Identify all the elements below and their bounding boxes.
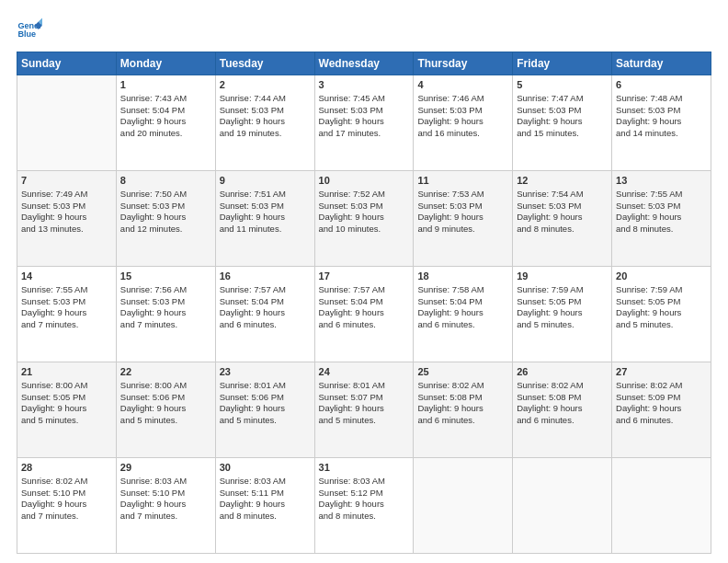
day-info: Daylight: 9 hours (517, 307, 608, 319)
calendar-cell: 4Sunrise: 7:46 AMSunset: 5:03 PMDaylight… (414, 75, 513, 171)
calendar-cell: 25Sunrise: 8:02 AMSunset: 5:08 PMDayligh… (414, 362, 513, 458)
day-number: 11 (417, 174, 508, 188)
day-info: Sunrise: 7:53 AM (417, 189, 508, 201)
day-number: 27 (616, 365, 707, 379)
calendar-cell (513, 458, 612, 554)
day-info: Daylight: 9 hours (21, 499, 112, 511)
calendar-cell: 10Sunrise: 7:52 AMSunset: 5:03 PMDayligh… (314, 171, 414, 267)
day-info: and 10 minutes. (319, 224, 410, 236)
day-header-wednesday: Wednesday (314, 52, 414, 75)
day-info: Daylight: 9 hours (21, 307, 112, 319)
day-info: Sunset: 5:05 PM (517, 296, 608, 308)
day-info: and 7 minutes. (120, 319, 211, 331)
day-info: and 8 minutes. (616, 224, 707, 236)
day-info: and 8 minutes. (319, 511, 410, 523)
day-info: Daylight: 9 hours (319, 212, 410, 224)
day-info: Daylight: 9 hours (120, 403, 211, 415)
day-info: Sunset: 5:03 PM (319, 201, 410, 213)
calendar-cell: 19Sunrise: 7:59 AMSunset: 5:05 PMDayligh… (513, 267, 612, 362)
day-info: Sunrise: 8:02 AM (417, 380, 508, 392)
day-info: and 5 minutes. (319, 415, 410, 427)
day-number: 9 (220, 174, 311, 188)
day-info: Sunrise: 7:58 AM (417, 284, 508, 296)
day-info: Sunrise: 7:48 AM (616, 93, 707, 105)
day-number: 18 (417, 270, 508, 283)
day-info: Sunset: 5:05 PM (21, 392, 112, 404)
day-info: Daylight: 9 hours (319, 307, 410, 319)
day-info: Daylight: 9 hours (120, 212, 211, 224)
day-info: Sunset: 5:03 PM (319, 105, 410, 117)
day-header-tuesday: Tuesday (215, 52, 314, 75)
day-info: Sunset: 5:03 PM (616, 201, 707, 213)
day-info: Sunset: 5:03 PM (417, 105, 508, 117)
day-number: 13 (616, 174, 707, 188)
day-number: 28 (21, 461, 112, 475)
day-info: Sunset: 5:03 PM (417, 201, 508, 213)
day-number: 7 (21, 174, 112, 188)
day-info: and 6 minutes. (517, 415, 608, 427)
day-info: and 16 minutes. (417, 128, 508, 140)
day-info: Sunrise: 7:55 AM (21, 284, 112, 296)
calendar-week-3: 14Sunrise: 7:55 AMSunset: 5:03 PMDayligh… (17, 267, 711, 362)
day-info: Sunset: 5:09 PM (616, 392, 707, 404)
day-info: Sunrise: 7:45 AM (319, 93, 410, 105)
day-info: Sunrise: 7:59 AM (517, 284, 608, 296)
calendar-cell: 12Sunrise: 7:54 AMSunset: 5:03 PMDayligh… (513, 171, 612, 267)
calendar-cell (17, 75, 117, 171)
day-info: and 14 minutes. (616, 128, 707, 140)
day-info: Sunset: 5:07 PM (319, 392, 410, 404)
day-info: and 19 minutes. (220, 128, 311, 140)
day-info: Sunrise: 7:57 AM (319, 284, 410, 296)
calendar-cell: 28Sunrise: 8:02 AMSunset: 5:10 PMDayligh… (17, 458, 117, 554)
day-number: 15 (120, 270, 211, 283)
day-info: Sunset: 5:03 PM (220, 201, 311, 213)
day-number: 4 (417, 78, 508, 92)
calendar-cell: 27Sunrise: 8:02 AMSunset: 5:09 PMDayligh… (612, 362, 711, 458)
day-info: Daylight: 9 hours (21, 212, 112, 224)
day-number: 26 (517, 365, 608, 379)
day-info: Sunrise: 7:47 AM (517, 93, 608, 105)
header: General Blue (17, 17, 711, 42)
day-info: Daylight: 9 hours (319, 403, 410, 415)
svg-text:Blue: Blue (17, 29, 36, 39)
page: General Blue SundayMondayTuesdayWednesda… (0, 0, 728, 563)
day-number: 21 (21, 365, 112, 379)
day-info: Sunrise: 8:00 AM (21, 380, 112, 392)
day-number: 14 (21, 270, 112, 283)
day-number: 12 (517, 174, 608, 188)
day-number: 19 (517, 270, 608, 283)
day-info: Sunset: 5:03 PM (21, 201, 112, 213)
day-number: 30 (220, 461, 311, 475)
day-info: Daylight: 9 hours (517, 116, 608, 128)
day-number: 2 (220, 78, 311, 92)
day-info: Sunset: 5:03 PM (120, 296, 211, 308)
day-info: Sunrise: 7:59 AM (616, 284, 707, 296)
day-info: Sunrise: 7:46 AM (417, 93, 508, 105)
day-info: Sunrise: 7:52 AM (319, 189, 410, 201)
day-info: and 5 minutes. (120, 415, 211, 427)
calendar-cell: 29Sunrise: 8:03 AMSunset: 5:10 PMDayligh… (116, 458, 215, 554)
day-number: 17 (319, 270, 410, 283)
day-info: Sunset: 5:11 PM (220, 488, 311, 500)
day-info: Sunset: 5:03 PM (220, 105, 311, 117)
day-info: and 7 minutes. (21, 511, 112, 523)
calendar-cell: 6Sunrise: 7:48 AMSunset: 5:03 PMDaylight… (612, 75, 711, 171)
calendar-cell: 3Sunrise: 7:45 AMSunset: 5:03 PMDaylight… (314, 75, 414, 171)
day-info: Sunrise: 7:49 AM (21, 189, 112, 201)
day-info: Sunset: 5:03 PM (120, 201, 211, 213)
day-info: Daylight: 9 hours (220, 212, 311, 224)
day-info: Sunset: 5:06 PM (120, 392, 211, 404)
day-info: Sunset: 5:03 PM (517, 201, 608, 213)
day-info: Daylight: 9 hours (417, 307, 508, 319)
day-info: Daylight: 9 hours (517, 212, 608, 224)
day-info: Sunrise: 7:50 AM (120, 189, 211, 201)
day-info: Daylight: 9 hours (319, 499, 410, 511)
day-info: Daylight: 9 hours (616, 116, 707, 128)
day-info: Sunrise: 8:00 AM (120, 380, 211, 392)
calendar-week-1: 1Sunrise: 7:43 AMSunset: 5:04 PMDaylight… (17, 75, 711, 171)
day-info: and 6 minutes. (319, 319, 410, 331)
day-number: 24 (319, 365, 410, 379)
day-info: and 11 minutes. (220, 224, 311, 236)
day-info: Sunset: 5:03 PM (517, 105, 608, 117)
day-number: 31 (319, 461, 410, 475)
